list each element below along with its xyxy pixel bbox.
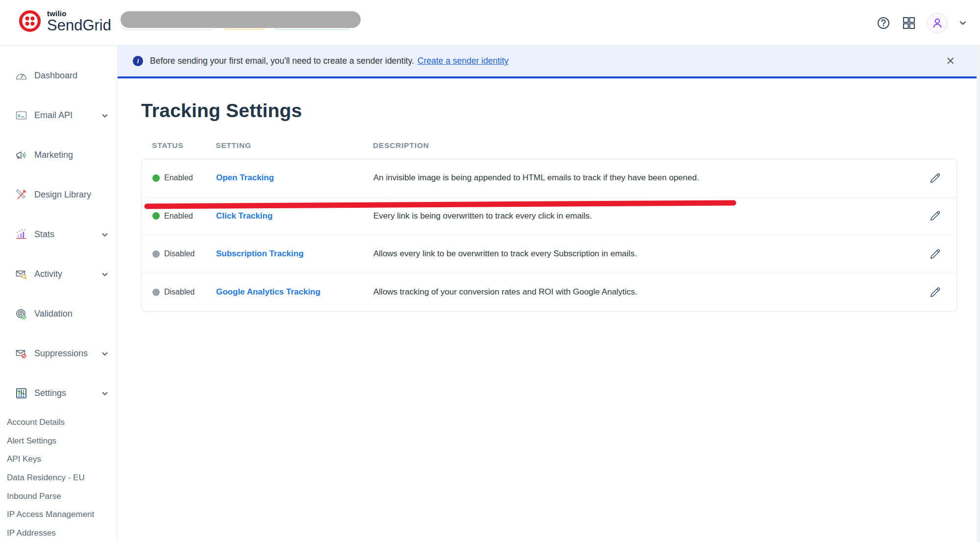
status-dot — [152, 250, 160, 258]
sidebar-item-design-library[interactable]: Design Library — [0, 175, 117, 215]
chevron-down-icon — [101, 112, 109, 120]
chevron-down-icon — [101, 350, 109, 358]
create-sender-identity-link[interactable]: Create a sender identity — [417, 56, 509, 66]
column-header-description: DESCRIPTION — [373, 141, 913, 150]
row-description: Allows tracking of your conversion rates… — [373, 287, 913, 297]
help-icon[interactable] — [876, 16, 891, 30]
pencil-icon — [929, 209, 942, 222]
sidebar-item-suppressions[interactable]: Suppressions — [0, 334, 117, 373]
column-header-status: STATUS — [141, 141, 216, 150]
table-header: STATUS SETTING DESCRIPTION — [141, 141, 956, 150]
sidebar-item-label: Activity — [34, 269, 62, 279]
settings-subnav: Account Details Alert Settings API Keys … — [0, 413, 117, 542]
subscription-tracking-link[interactable]: Subscription Tracking — [216, 249, 304, 258]
top-bar: twilio SendGrid — [0, 0, 980, 46]
design-library-pencil-ruler-icon — [15, 188, 28, 201]
status-dot — [152, 174, 160, 182]
redacted-overlay — [121, 11, 361, 28]
sidebar-item-activity[interactable]: Activity — [0, 254, 117, 294]
account-chevron-down-icon[interactable] — [958, 19, 967, 27]
google-analytics-tracking-link[interactable]: Google Analytics Tracking — [216, 287, 320, 296]
dashboard-gauge-icon — [15, 69, 28, 82]
apps-grid-icon[interactable] — [902, 16, 916, 30]
sidebar-item-stats[interactable]: Stats — [0, 215, 117, 254]
sidebar-item-label: Validation — [34, 309, 73, 319]
sidebar-item-marketing[interactable]: Marketing — [0, 135, 117, 175]
sidebar-subitem-ip-access-management[interactable]: IP Access Management — [0, 505, 117, 524]
sidebar-item-email-api[interactable]: Email API — [0, 96, 117, 135]
sidebar-item-label: Settings — [34, 388, 66, 398]
sidebar-item-label: Design Library — [34, 190, 91, 200]
pencil-icon — [929, 286, 942, 299]
email-api-terminal-icon — [15, 109, 28, 122]
sendgrid-logo[interactable]: twilio SendGrid — [17, 8, 111, 34]
sidebar-nav: Dashboard Email API Marketing Design Lib… — [0, 46, 118, 542]
table-row-subscription-tracking: Disabled Subscription Tracking Allows ev… — [142, 235, 956, 273]
table-row-open-tracking: Enabled Open Tracking An invisible image… — [142, 159, 956, 197]
row-description: Every link is being overwritten to track… — [373, 211, 913, 221]
status-label: Enabled — [164, 212, 193, 221]
activity-email-search-icon — [15, 268, 28, 281]
settings-sliders-icon — [15, 387, 28, 400]
edit-open-tracking-button[interactable] — [927, 170, 944, 187]
chevron-down-icon — [101, 271, 109, 278]
column-header-setting: SETTING — [216, 141, 373, 150]
page-title: Tracking Settings — [141, 100, 956, 122]
chevron-down-icon — [101, 390, 109, 397]
marketing-megaphone-icon — [15, 148, 28, 162]
row-description: Allows every link to be overwritten to t… — [373, 249, 913, 259]
status-label: Disabled — [164, 288, 195, 296]
banner-close-icon[interactable]: ✕ — [946, 56, 955, 67]
click-tracking-link[interactable]: Click Tracking — [216, 211, 272, 221]
sidebar-subitem-data-residency-eu[interactable]: Data Residency - EU — [0, 468, 117, 487]
suppressions-email-block-icon — [15, 347, 28, 360]
table-row-click-tracking: Enabled Click Tracking Every link is bei… — [142, 197, 956, 236]
sidebar-item-label: Dashboard — [34, 71, 77, 81]
sidebar-subitem-ip-addresses[interactable]: IP Addresses — [0, 524, 117, 542]
edit-google-analytics-tracking-button[interactable] — [927, 284, 944, 301]
sidebar-item-settings[interactable]: Settings — [0, 373, 117, 413]
info-icon: i — [133, 56, 143, 66]
sidebar-item-dashboard[interactable]: Dashboard — [0, 56, 117, 96]
sidebar-subitem-alert-settings[interactable]: Alert Settings — [0, 432, 117, 450]
pencil-icon — [929, 172, 942, 185]
brand-twilio-text: twilio — [47, 10, 111, 17]
status-label: Enabled — [164, 173, 193, 182]
user-avatar[interactable] — [927, 13, 948, 33]
pencil-icon — [929, 247, 942, 261]
row-description: An invisible image is being appended to … — [373, 173, 913, 183]
twilio-logo-icon — [17, 8, 43, 34]
validation-at-check-icon — [15, 307, 28, 320]
open-tracking-link[interactable]: Open Tracking — [216, 173, 274, 182]
sidebar-item-label: Stats — [34, 229, 54, 240]
sidebar-subitem-api-keys[interactable]: API Keys — [0, 450, 117, 468]
tracking-settings-table: Enabled Open Tracking An invisible image… — [141, 159, 957, 312]
status-dot — [152, 289, 160, 296]
edit-subscription-tracking-button[interactable] — [927, 246, 944, 263]
sender-identity-banner: i Before sending your first email, you'l… — [118, 46, 980, 78]
table-row-google-analytics-tracking: Disabled Google Analytics Tracking Allow… — [142, 273, 956, 312]
scrollbar-track[interactable] — [977, 46, 980, 542]
chevron-down-icon — [101, 231, 109, 239]
sidebar-subitem-inbound-parse[interactable]: Inbound Parse — [0, 487, 117, 506]
person-icon — [931, 17, 944, 29]
sidebar-item-label: Marketing — [34, 150, 73, 160]
sidebar-item-validation[interactable]: Validation — [0, 294, 117, 334]
sidebar-item-label: Email API — [34, 110, 73, 121]
sidebar-item-label: Suppressions — [34, 348, 88, 359]
brand-sendgrid-text: SendGrid — [47, 18, 111, 33]
sidebar-subitem-account-details[interactable]: Account Details — [0, 413, 117, 432]
banner-message: Before sending your first email, you'll … — [150, 56, 414, 66]
status-dot — [152, 212, 160, 220]
edit-click-tracking-button[interactable] — [927, 207, 944, 224]
main-content: i Before sending your first email, you'l… — [118, 46, 980, 542]
stats-bar-chart-icon — [15, 228, 28, 241]
status-label: Disabled — [164, 249, 195, 258]
